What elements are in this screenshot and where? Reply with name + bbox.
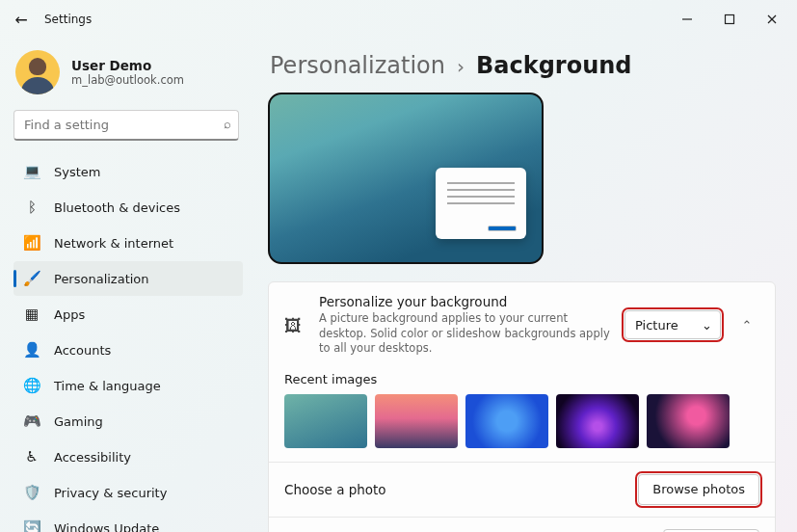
- sidebar: User Demo m_lab@outlook.com ⌕ 💻SystemᛒBl…: [0, 39, 252, 532]
- minimize-button[interactable]: [666, 4, 708, 35]
- personalize-title: Personalize your background: [319, 294, 611, 309]
- sidebar-item-gaming[interactable]: 🎮Gaming: [13, 404, 243, 439]
- nav-icon: 🌐: [23, 377, 40, 394]
- nav-label: System: [54, 165, 100, 179]
- choose-photo-label: Choose a photo: [284, 482, 624, 497]
- search-input[interactable]: [13, 110, 239, 141]
- chevron-up-icon: ⌃: [742, 318, 753, 332]
- nav-list: 💻SystemᛒBluetooth & devices📶Network & in…: [13, 154, 243, 532]
- personalize-sub: A picture background applies to your cur…: [319, 311, 611, 357]
- nav-label: Bluetooth & devices: [54, 200, 180, 215]
- nav-icon: 💻: [23, 163, 40, 180]
- background-settings-card: 🖼 Personalize your background A picture …: [268, 281, 776, 532]
- sidebar-item-bluetooth-devices[interactable]: ᛒBluetooth & devices: [13, 190, 243, 225]
- titlebar: ← Settings: [0, 0, 797, 39]
- svg-rect-1: [726, 15, 734, 24]
- nav-label: Privacy & security: [54, 486, 167, 500]
- sidebar-item-personalization[interactable]: 🖌️Personalization: [13, 261, 243, 296]
- sidebar-item-apps[interactable]: ▦Apps: [13, 297, 243, 332]
- nav-icon: 🔄: [23, 519, 40, 532]
- sidebar-item-system[interactable]: 💻System: [13, 154, 243, 189]
- background-preview: [268, 93, 544, 264]
- recent-thumb[interactable]: [375, 394, 458, 448]
- search-icon: ⌕: [224, 117, 231, 131]
- recent-thumb[interactable]: [647, 394, 730, 448]
- nav-label: Personalization: [54, 272, 149, 286]
- back-button[interactable]: ←: [4, 11, 39, 29]
- sidebar-item-time-language[interactable]: 🌐Time & language: [13, 368, 243, 403]
- breadcrumb-current: Background: [476, 52, 632, 79]
- recent-images: [269, 394, 775, 462]
- recent-thumb[interactable]: [465, 394, 548, 448]
- maximize-button[interactable]: [708, 4, 751, 35]
- breadcrumb: Personalization › Background: [270, 52, 776, 79]
- close-button[interactable]: [751, 4, 793, 35]
- recent-thumb[interactable]: [284, 394, 367, 448]
- nav-icon: 🛡️: [23, 484, 40, 501]
- breadcrumb-parent[interactable]: Personalization: [270, 52, 445, 79]
- nav-icon: ᛒ: [23, 199, 40, 216]
- sidebar-item-network-internet[interactable]: 📶Network & internet: [13, 226, 243, 260]
- nav-icon: 📶: [23, 234, 40, 252]
- user-email: m_lab@outlook.com: [71, 73, 184, 87]
- chevron-right-icon: ›: [457, 55, 465, 78]
- nav-label: Accounts: [54, 343, 111, 358]
- nav-label: Windows Update: [54, 521, 159, 533]
- nav-icon: 🎮: [23, 412, 40, 430]
- recent-images-label: Recent images: [269, 368, 775, 394]
- personalize-row: 🖼 Personalize your background A picture …: [269, 282, 775, 368]
- nav-label: Accessibility: [54, 450, 131, 465]
- avatar: [15, 50, 60, 94]
- fit-row: Choose a fit for your desktop image Fill…: [269, 517, 775, 532]
- fit-select[interactable]: Fill ⌄: [663, 529, 759, 532]
- nav-label: Gaming: [54, 414, 103, 429]
- collapse-button[interactable]: ⌃: [734, 318, 759, 332]
- chevron-down-icon: ⌄: [702, 318, 712, 332]
- sidebar-item-windows-update[interactable]: 🔄Windows Update: [13, 511, 243, 532]
- content-pane: Personalization › Background 🖼 Personali…: [252, 39, 797, 532]
- sidebar-item-accessibility[interactable]: ♿Accessibility: [13, 439, 243, 474]
- window-title: Settings: [39, 13, 92, 26]
- choose-photo-row: Choose a photo Browse photos: [269, 462, 775, 517]
- user-block[interactable]: User Demo m_lab@outlook.com: [13, 44, 243, 110]
- nav-icon: ▦: [23, 306, 40, 323]
- nav-icon: 🖌️: [23, 270, 40, 287]
- nav-icon: ♿: [23, 448, 40, 466]
- sidebar-item-accounts[interactable]: 👤Accounts: [13, 332, 243, 367]
- browse-photos-button[interactable]: Browse photos: [638, 474, 759, 505]
- nav-label: Network & internet: [54, 236, 173, 251]
- nav-icon: 👤: [23, 341, 40, 359]
- nav-label: Apps: [54, 307, 85, 322]
- background-type-select[interactable]: Picture ⌄: [624, 310, 721, 339]
- search-box: ⌕: [13, 110, 239, 141]
- picture-icon: 🖼: [284, 315, 306, 335]
- recent-thumb[interactable]: [556, 394, 639, 448]
- user-name: User Demo: [71, 58, 184, 73]
- sidebar-item-privacy-security[interactable]: 🛡️Privacy & security: [13, 475, 243, 510]
- nav-label: Time & language: [54, 379, 161, 393]
- background-type-value: Picture: [635, 318, 678, 332]
